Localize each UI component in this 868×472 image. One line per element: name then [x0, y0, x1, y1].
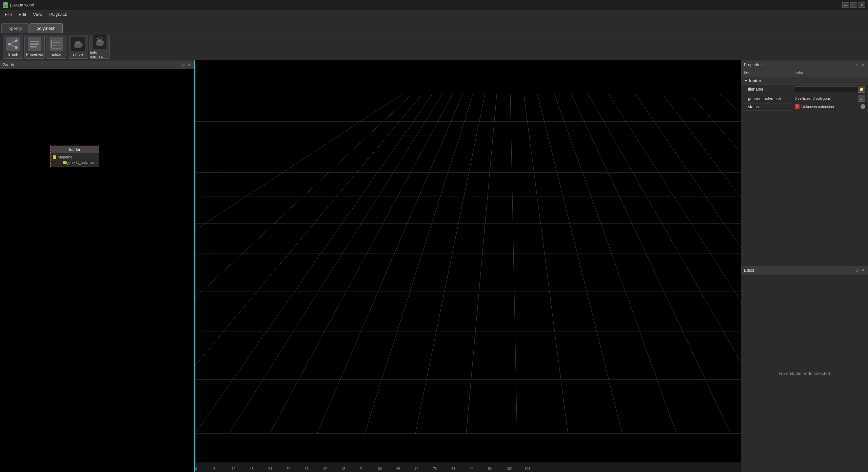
- generic-polymesh-port-dot: [63, 161, 66, 164]
- timeline-ruler: 0 6 12 18 24 30 36 42 48 54 60 66 72 78 …: [195, 462, 741, 472]
- svg-rect-19: [98, 39, 101, 40]
- properties-tool-button[interactable]: Properties: [24, 35, 45, 59]
- app-title: possumwood: [10, 3, 842, 7]
- status-row: status ✕ Unknown extension: [741, 103, 868, 110]
- svg-point-1: [15, 39, 18, 42]
- generic-polymesh-value: 0 vertices, 0 polygons: [795, 96, 857, 100]
- loader-arrow: ▼: [744, 78, 749, 83]
- loader-section-label: ▼ loader: [741, 77, 868, 85]
- tick-48: 48: [341, 467, 345, 471]
- tick-42: 42: [323, 467, 327, 471]
- maximize-button[interactable]: □: [850, 2, 857, 8]
- tabs-bar: opengl polymesh: [0, 19, 868, 33]
- properties-panel-actions: ◇ ✕: [854, 62, 865, 67]
- title-bar: 🌳 possumwood — □ ✕: [0, 0, 868, 10]
- filename-port-dot: [53, 155, 56, 159]
- svg-line-38: [364, 94, 473, 434]
- svg-line-35: [229, 94, 442, 434]
- graph-pin-button[interactable]: ◇: [181, 62, 185, 67]
- tab-polymesh[interactable]: polymesh: [29, 23, 63, 33]
- editor-close-button[interactable]: ✕: [861, 268, 865, 273]
- svg-line-34: [195, 94, 432, 434]
- generic-polymesh-more-button[interactable]: …: [858, 95, 865, 102]
- col-item: item: [741, 69, 792, 77]
- close-button[interactable]: ✕: [859, 2, 865, 8]
- tick-0: 0: [195, 467, 197, 471]
- graph-tool-button[interactable]: Graph: [3, 35, 23, 59]
- node-title: loader: [51, 146, 99, 153]
- tick-102: 102: [506, 467, 512, 471]
- svg-line-47: [609, 94, 741, 434]
- properties-close-button[interactable]: ✕: [861, 62, 865, 67]
- timeline: 0 6 12 18 24 30 36 42 48 54 60 66 72 78 …: [195, 462, 741, 472]
- status-value: Unknown extension: [802, 105, 834, 109]
- svg-rect-5: [30, 41, 39, 42]
- filename-row: filename 📁: [741, 85, 868, 94]
- auto-normals-tool-label: auto normals: [90, 50, 110, 58]
- simple-icon-svg: [72, 38, 84, 50]
- svg-line-36: [270, 94, 453, 434]
- editor-icon: [50, 37, 63, 51]
- tick-36: 36: [305, 467, 309, 471]
- editor-content: No editable node selected: [741, 275, 868, 472]
- status-circle-icon: [861, 104, 865, 109]
- loader-section-row: ▼ loader: [741, 77, 868, 85]
- tick-24: 24: [268, 467, 272, 471]
- svg-line-43: [537, 94, 622, 434]
- menu-edit[interactable]: Edit: [15, 11, 29, 18]
- status-value-cell: ✕ Unknown extension: [792, 103, 868, 110]
- svg-line-40: [466, 94, 497, 434]
- filename-file-button[interactable]: 📁: [858, 86, 865, 93]
- svg-line-37: [317, 94, 463, 434]
- menu-playback[interactable]: Playback: [46, 11, 71, 18]
- editor-pin-button[interactable]: ◇: [854, 268, 859, 273]
- filename-port-label: filename: [58, 155, 73, 159]
- tick-12: 12: [232, 467, 235, 471]
- properties-icon: [28, 37, 41, 51]
- tick-96: 96: [488, 467, 492, 471]
- editor-tool-button[interactable]: Editor: [46, 35, 66, 59]
- node-port-filename: filename: [51, 154, 99, 160]
- tab-opengl[interactable]: opengl: [1, 23, 29, 33]
- graph-panel-actions: ◇ ✕: [181, 62, 192, 67]
- graph-icon-svg: [7, 38, 19, 50]
- tick-6: 6: [213, 467, 215, 471]
- menu-file[interactable]: File: [1, 11, 15, 18]
- editor-tool-label: Editor: [52, 52, 61, 56]
- properties-pin-button[interactable]: ◇: [854, 62, 859, 67]
- svg-line-4: [11, 45, 15, 47]
- graph-icon: [6, 37, 20, 51]
- tick-72: 72: [415, 467, 418, 471]
- properties-icon-svg: [28, 38, 41, 50]
- grid-vertical-lines: [195, 94, 741, 434]
- main-area: Graph ◇ ✕ loader filename generic_polyme…: [0, 60, 868, 472]
- properties-content: item value ▼ loader: [741, 69, 868, 266]
- app-icon: 🌳: [3, 2, 8, 8]
- window-controls: — □ ✕: [842, 2, 865, 8]
- auto-normals-icon-svg: [94, 36, 106, 48]
- filename-input[interactable]: [795, 86, 857, 92]
- minimize-button[interactable]: —: [842, 2, 849, 8]
- editor-panel: Editor ◇ ✕ No editable node selected: [741, 266, 868, 472]
- status-item-label: status: [741, 103, 792, 110]
- editor-panel-actions: ◇ ✕: [854, 268, 865, 273]
- viewport-3d[interactable]: .grid-line { stroke: #555; stroke-width:…: [195, 60, 741, 462]
- svg-rect-15: [77, 41, 79, 42]
- auto-normals-tool-button[interactable]: auto normals: [90, 35, 110, 59]
- tick-54: 54: [360, 467, 363, 471]
- tick-108: 108: [525, 467, 530, 471]
- simple-tool-button[interactable]: simple: [68, 35, 88, 59]
- generic-polymesh-row: generic_polymesh 0 vertices, 0 polygons …: [741, 94, 868, 103]
- tick-90: 90: [470, 467, 473, 471]
- graph-close-button[interactable]: ✕: [187, 62, 192, 67]
- status-error-icon: ✕: [795, 104, 800, 109]
- loader-node[interactable]: loader filename generic_polymesh: [50, 146, 99, 167]
- graph-canvas[interactable]: loader filename generic_polymesh: [0, 69, 194, 472]
- toolbar: Graph Properties Editor: [0, 33, 868, 60]
- generic-polymesh-item-label: generic_polymesh: [741, 94, 792, 103]
- filename-item-label: filename: [741, 85, 792, 94]
- svg-line-46: [588, 94, 741, 434]
- menu-view[interactable]: View: [29, 11, 46, 18]
- tick-84: 84: [451, 467, 455, 471]
- svg-line-39: [415, 94, 485, 434]
